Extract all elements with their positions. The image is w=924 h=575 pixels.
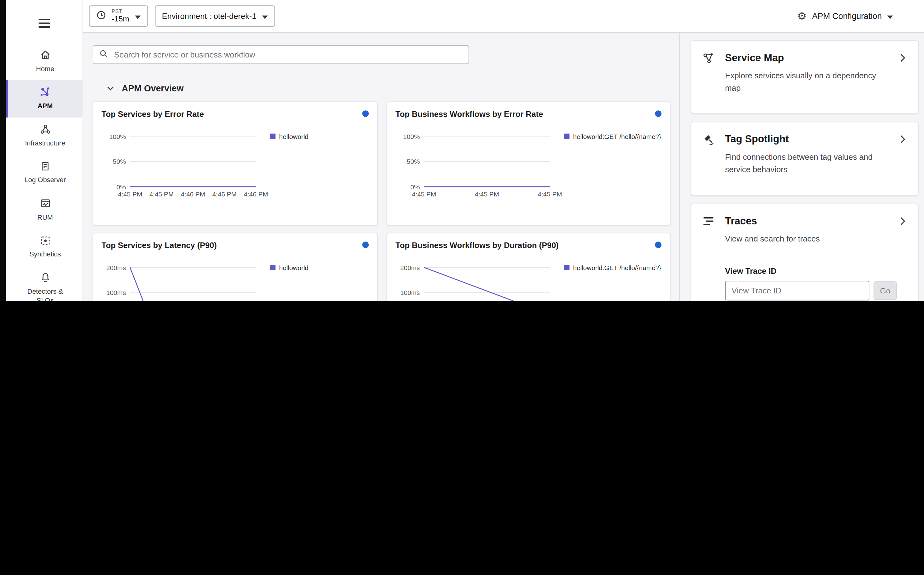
home-icon (39, 49, 51, 61)
chart-legend[interactable]: helloworld (270, 133, 309, 208)
legend-swatch (270, 133, 275, 139)
legend-label: helloworld (279, 264, 309, 301)
chevron-right-icon[interactable] (900, 135, 909, 146)
card-description: Explore services visually on a dependenc… (725, 70, 876, 95)
synthetics-icon (39, 235, 51, 246)
status-dot[interactable] (655, 241, 662, 248)
card-title: Service Map (725, 51, 900, 65)
right-panel: Service Map Explore services visually on… (679, 33, 924, 301)
rum-icon (39, 197, 51, 209)
log-observer-icon (39, 160, 51, 172)
sidebar-item-label: APM (38, 102, 53, 111)
chart-card-workflows-error-rate: Top Business Workflows by Error Rate 100… (386, 102, 670, 226)
error-rate-chart[interactable]: 100%50%0%4:45 PM4:45 PM4:45 PM (396, 135, 550, 208)
sidebar-item-detectors-slos[interactable]: Detectors & SLOs (6, 266, 83, 301)
chevron-right-icon[interactable] (900, 217, 909, 228)
sidebar-item-synthetics[interactable]: Synthetics (6, 229, 83, 266)
apm-icon (39, 86, 51, 98)
chart-title: Top Services by Error Rate (102, 110, 204, 119)
service-map-card[interactable]: Service Map Explore services visually on… (690, 40, 918, 114)
status-dot[interactable] (362, 241, 369, 248)
legend-swatch (564, 265, 569, 270)
card-title: Traces (725, 214, 900, 228)
go-button[interactable]: Go (874, 281, 897, 300)
chart-legend[interactable]: helloworld:GET /hello/{name?} (564, 264, 661, 301)
trace-id-input[interactable] (725, 281, 869, 300)
time-range-picker[interactable]: PST -15m (89, 5, 148, 27)
sidebar: Home APM Infrastructure Log Observer RUM (6, 0, 83, 301)
topbar: PST -15m Environment : otel-derek-1 ⚙ AP… (83, 0, 924, 33)
sidebar-item-label: Infrastructure (25, 139, 65, 148)
apm-overview-header: APM Overview (107, 83, 670, 93)
caret-down-icon (135, 11, 140, 21)
chart-card-workflows-duration: Top Business Workflows by Duration (P90)… (386, 233, 670, 301)
body: APM Overview Top Services by Error Rate … (83, 33, 924, 301)
card-title: Tag Spotlight (725, 133, 900, 146)
tag-spotlight-icon (702, 133, 715, 146)
error-rate-chart[interactable]: 100%50%0%4:45 PM4:45 PM4:46 PM4:46 PM4:4… (102, 135, 256, 208)
overview-charts-grid: Top Services by Error Rate 100%50%0%4:45… (93, 102, 670, 301)
screen: Home APM Infrastructure Log Observer RUM (0, 0, 924, 301)
legend-swatch (564, 133, 569, 139)
splunk-apm-app: Home APM Infrastructure Log Observer RUM (6, 0, 924, 301)
main-content: APM Overview Top Services by Error Rate … (83, 33, 679, 301)
gear-icon: ⚙ (797, 11, 807, 21)
traces-card[interactable]: Traces View and search for traces View T… (690, 203, 918, 301)
legend-swatch (270, 265, 275, 270)
chart-card-services-error-rate: Top Services by Error Rate 100%50%0%4:45… (93, 102, 378, 226)
sidebar-item-apm[interactable]: APM (6, 80, 83, 117)
status-dot[interactable] (362, 110, 369, 117)
infrastructure-icon (39, 123, 51, 135)
sidebar-item-infrastructure[interactable]: Infrastructure (6, 117, 83, 154)
traces-icon (702, 215, 715, 228)
status-dot[interactable] (655, 110, 662, 117)
chart-legend[interactable]: helloworld:GET /hello/{name?} (564, 133, 661, 208)
environment-value: Environment : otel-derek-1 (162, 11, 256, 21)
section-title: APM Overview (122, 83, 184, 93)
latency-chart[interactable]: 200ms100ms0ms4:45 PM4:45 PM4:46 PM4:46 P… (102, 267, 256, 301)
service-map-icon (702, 52, 715, 65)
chart-legend[interactable]: helloworld (270, 264, 309, 301)
sidebar-item-label: Home (36, 64, 54, 74)
service-search-input[interactable] (113, 49, 463, 59)
caret-down-icon (262, 11, 268, 21)
service-search[interactable] (93, 45, 469, 64)
sidebar-item-log-observer[interactable]: Log Observer (6, 154, 83, 191)
legend-label: helloworld (279, 133, 309, 208)
bell-icon (39, 272, 51, 283)
legend-label: helloworld:GET /hello/{name?} (573, 264, 661, 301)
apm-configuration-menu[interactable]: ⚙ APM Configuration (794, 10, 897, 22)
sidebar-item-label: RUM (37, 213, 53, 222)
collapse-chevron-icon[interactable] (107, 83, 114, 93)
search-icon (99, 49, 108, 60)
sidebar-item-home[interactable]: Home (6, 43, 83, 80)
legend-label: helloworld:GET /hello/{name?} (573, 133, 661, 208)
card-description: View and search for traces (725, 233, 876, 246)
sidebar-item-label: Log Observer (25, 176, 66, 185)
apm-configuration-label: APM Configuration (812, 11, 882, 21)
chart-title: Top Services by Latency (P90) (102, 241, 217, 250)
chevron-right-icon[interactable] (900, 54, 909, 65)
content-column: PST -15m Environment : otel-derek-1 ⚙ AP… (83, 0, 924, 301)
duration-chart[interactable]: 200ms100ms0ms4:45 PM4:45 PM4:45 PM (396, 267, 550, 301)
chart-title: Top Business Workflows by Duration (P90) (396, 241, 559, 250)
timezone-label: PST (111, 8, 122, 14)
view-trace-id-label: View Trace ID (725, 267, 900, 276)
card-description: Find connections between tag values and … (725, 152, 876, 176)
caret-down-icon (887, 11, 893, 21)
sidebar-item-rum[interactable]: RUM (6, 191, 83, 229)
time-range-value: -15m (111, 14, 129, 24)
sidebar-item-label: Detectors & SLOs (21, 287, 69, 301)
chart-title: Top Business Workflows by Error Rate (396, 110, 543, 119)
chart-card-services-latency: Top Services by Latency (P90) 200ms100ms… (93, 233, 378, 301)
tag-spotlight-card[interactable]: Tag Spotlight Find connections between t… (690, 122, 918, 195)
hamburger-menu-button[interactable] (37, 16, 52, 30)
sidebar-item-label: Synthetics (29, 250, 60, 259)
environment-dropdown[interactable]: Environment : otel-derek-1 (155, 5, 275, 27)
clock-icon (96, 10, 106, 22)
